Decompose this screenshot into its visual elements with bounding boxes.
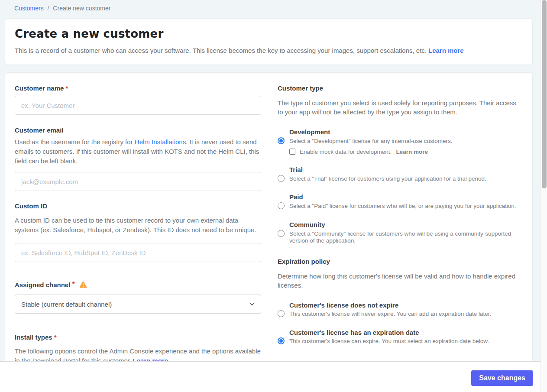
breadcrumb-current: Create new customer <box>53 5 110 12</box>
expiration-policy-heading: Expiration policy <box>278 258 523 265</box>
assigned-channel-selected-value: Stable (current default channel) <box>21 301 112 308</box>
mock-data-row: Enable mock data for development. Learn … <box>289 149 523 155</box>
customer-name-label: Customer name* <box>15 84 261 92</box>
header-description: This is a record of a customer who can a… <box>15 46 523 55</box>
form-right-column: Customer type The type of customer you s… <box>278 84 523 358</box>
enable-mock-data-checkbox[interactable] <box>289 149 295 155</box>
mock-data-label: Enable mock data for development. <box>300 149 392 155</box>
breadcrumb-separator: / <box>48 5 49 12</box>
customer-email-description: Used as the username for the registry fo… <box>15 137 261 166</box>
assigned-channel-select[interactable]: Stable (current default channel) <box>15 295 261 314</box>
required-asterisk: * <box>54 334 57 341</box>
warning-icon <box>79 281 87 288</box>
customer-type-option-paid: Paid Select a "Paid" license for custome… <box>278 193 523 210</box>
header-description-text: This is a record of a customer who can a… <box>15 47 427 54</box>
form-left-column: Customer name* Customer email Used as th… <box>15 84 261 358</box>
expiration-policy-description: Determine how long this customer's licen… <box>278 272 523 290</box>
assigned-channel-label: Assigned channel <box>15 281 70 288</box>
chevron-down-icon <box>249 302 255 306</box>
assigned-channel-field-group: Assigned channel * Stable (current defau… <box>15 281 261 314</box>
expiration-option-no-expire: Customer's license does not expire This … <box>278 301 523 318</box>
community-radio[interactable] <box>278 230 285 237</box>
footer-action-bar: Save changes <box>0 361 541 392</box>
customer-email-input[interactable] <box>15 172 261 191</box>
install-types-label-text: Install types <box>15 334 52 341</box>
customer-email-field-group: Customer email Used as the username for … <box>15 126 261 191</box>
option-description: Select a "Paid" license for customers wh… <box>289 202 516 210</box>
save-changes-button[interactable]: Save changes <box>471 370 533 386</box>
scrollbar-track[interactable] <box>541 0 547 392</box>
customer-type-description: The type of customer you select is used … <box>278 98 523 117</box>
header-card: Create a new customer This is a record o… <box>5 18 533 65</box>
page-title: Create a new customer <box>15 27 523 40</box>
expiration-option-has-date: Customer's license has an expiration dat… <box>278 329 523 345</box>
option-title: Community <box>289 221 523 228</box>
customer-type-section: Customer type The type of customer you s… <box>278 84 523 245</box>
option-description: This customer's license can expire. You … <box>289 337 489 345</box>
page: Customers / Create new customer Create a… <box>0 0 547 392</box>
customer-type-heading: Customer type <box>278 84 523 92</box>
option-title: Development <box>289 128 523 136</box>
license-does-not-expire-radio[interactable] <box>278 310 285 317</box>
option-description: This customer's license will never expir… <box>289 310 491 318</box>
custom-id-label: Custom ID <box>15 202 261 210</box>
customer-name-field-group: Customer name* <box>15 84 261 115</box>
breadcrumb-customers-link[interactable]: Customers <box>14 5 44 12</box>
install-types-field-group: Install types* The following options con… <box>15 334 261 366</box>
custom-id-field-group: Custom ID A custom ID can be used to tie… <box>15 202 261 262</box>
option-description: Select a "Trial" license for customers u… <box>289 175 486 183</box>
breadcrumb: Customers / Create new customer <box>0 0 547 12</box>
customer-type-option-trial: Trial Select a "Trial" license for custo… <box>278 166 523 183</box>
option-title: Paid <box>289 193 523 201</box>
customer-name-input[interactable] <box>15 96 261 115</box>
trial-radio[interactable] <box>278 175 285 182</box>
helm-installations-link[interactable]: Helm Installations <box>135 138 186 146</box>
option-title: Customer's license does not expire <box>289 301 523 309</box>
create-customer-form-card: Customer name* Customer email Used as th… <box>5 72 533 376</box>
install-types-label: Install types* <box>15 334 261 341</box>
customer-type-option-community: Community Select a "Community" license f… <box>278 221 523 245</box>
customer-name-label-text: Customer name <box>15 84 64 92</box>
scrollbar-thumb[interactable] <box>542 0 547 188</box>
customer-email-label: Customer email <box>15 126 261 134</box>
customer-type-option-development: Development Select a "Development" licen… <box>278 128 523 155</box>
customer-email-desc-text-1: Used as the username for the registry fo… <box>15 138 135 146</box>
option-description: Select a "Development" license for any i… <box>289 137 453 145</box>
option-title: Trial <box>289 166 523 173</box>
mock-data-learn-more-link[interactable]: Learn more <box>396 149 428 155</box>
option-title: Customer's license has an expiration dat… <box>289 329 523 336</box>
paid-radio[interactable] <box>278 202 285 209</box>
required-asterisk: * <box>65 84 68 92</box>
expiration-policy-section: Expiration policy Determine how long thi… <box>278 258 523 345</box>
custom-id-description: A custom ID can be used to tie this cust… <box>15 216 261 235</box>
required-asterisk: * <box>72 281 74 288</box>
development-radio[interactable] <box>278 137 285 144</box>
header-learn-more-link[interactable]: Learn more <box>428 47 464 54</box>
custom-id-input[interactable] <box>15 243 261 262</box>
option-description: Select a "Community" license for custome… <box>289 230 523 245</box>
license-has-expiration-radio[interactable] <box>278 337 285 344</box>
